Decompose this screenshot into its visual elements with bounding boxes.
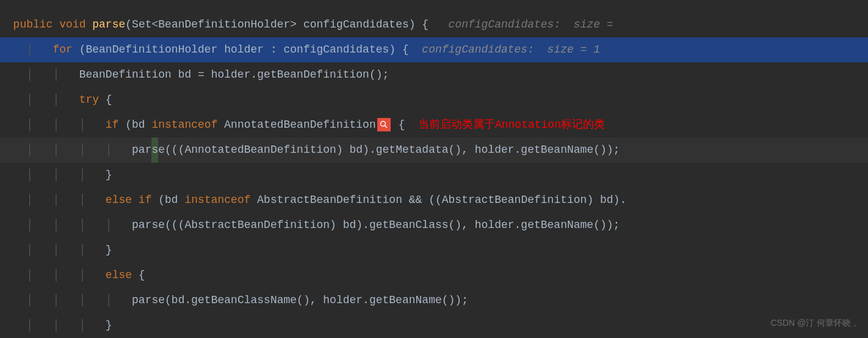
- code-editor[interactable]: public void parse(Set<BeanDefinitionHold…: [0, 0, 868, 338]
- indent-guide: │ │ │: [0, 194, 106, 206]
- inline-hint: configCandidates: size = 1: [422, 43, 600, 56]
- keyword-else: else: [106, 194, 132, 206]
- code-line[interactable]: │ │ │ }: [0, 313, 868, 338]
- keyword-instanceof: instanceof: [151, 119, 217, 131]
- indent-guide: │ │: [0, 94, 79, 106]
- code-line-highlighted[interactable]: │ for (BeanDefinitionHolder holder : con…: [0, 37, 868, 62]
- code-text: }: [106, 244, 112, 256]
- keyword-public: public: [13, 18, 53, 31]
- cursor-position: s: [151, 138, 158, 163]
- keyword-else: else: [106, 269, 132, 281]
- indent-guide: │ │ │ │: [0, 219, 132, 231]
- svg-point-0: [380, 122, 385, 127]
- inline-hint: configCandidates: size =: [449, 18, 613, 31]
- code-text: e(((AnnotatedBeanDefinition) bd).getMeta…: [158, 144, 620, 156]
- code-line[interactable]: │ │ │ }: [0, 238, 868, 263]
- indent-guide: │ │ │ │: [0, 294, 132, 306]
- code-line[interactable]: │ │ │ }: [0, 163, 868, 188]
- code-text: {: [99, 94, 112, 106]
- indent-guide: │ │: [0, 68, 79, 81]
- indent-guide: │ │ │: [0, 269, 106, 281]
- code-line[interactable]: │ │ │ else if (bd instanceof AbstractBea…: [0, 188, 868, 213]
- keyword-try: try: [79, 94, 99, 106]
- indent-guide: │ │ │: [0, 319, 106, 331]
- code-line[interactable]: │ │ │ else {: [0, 263, 868, 288]
- code-text: BeanDefinition bd = holder.getBeanDefini…: [79, 68, 389, 81]
- code-text: AbstractBeanDefinition && ((AbstractBean…: [251, 194, 627, 206]
- indent-guide: │ │ │ │: [0, 144, 132, 156]
- code-text: parse(((AbstractBeanDefinition) bd).getB…: [132, 219, 620, 231]
- code-text: }: [106, 169, 112, 181]
- svg-line-1: [385, 126, 387, 128]
- search-icon[interactable]: [377, 118, 391, 131]
- method-name: parse: [92, 18, 125, 31]
- code-line[interactable]: │ │ │ │ parse(((AbstractBeanDefinition) …: [0, 213, 868, 238]
- code-text: parse(bd.getBeanClassName(), holder.getB…: [132, 294, 468, 306]
- keyword-instanceof: instanceof: [184, 194, 250, 206]
- code-line[interactable]: │ │ │ if (bd instanceof AnnotatedBeanDef…: [0, 112, 868, 138]
- indent-guide: │ │ │: [0, 244, 106, 256]
- keyword-if: if: [139, 194, 152, 206]
- keyword-for: for: [52, 43, 72, 56]
- keyword-if: if: [106, 119, 119, 131]
- for-body: (BeanDefinitionHolder holder : configCan…: [73, 43, 422, 56]
- code-line[interactable]: │ │ try {: [0, 87, 868, 112]
- watermark: CSDN @汀 何章怀晓 。: [770, 310, 862, 336]
- code-text: }: [106, 319, 112, 331]
- indent-guide: │: [0, 43, 52, 56]
- indent: [0, 18, 13, 31]
- indent-guide: │ │ │: [0, 119, 106, 131]
- code-line[interactable]: │ │ │ │ parse(bd.getBeanClassName(), hol…: [0, 288, 868, 313]
- indent-guide: │ │ │: [0, 169, 106, 181]
- code-text: {: [132, 269, 145, 281]
- code-line-cursor[interactable]: │ │ │ │ parse(((AnnotatedBeanDefinition)…: [0, 138, 868, 163]
- method-signature: (Set<BeanDefinitionHolder> configCandida…: [125, 18, 429, 31]
- keyword-void: void: [59, 18, 85, 31]
- annotation-comment: 当前启动类属于Annotation标记的类: [418, 119, 605, 131]
- code-line[interactable]: public void parse(Set<BeanDefinitionHold…: [0, 12, 868, 37]
- code-line[interactable]: │ │ BeanDefinition bd = holder.getBeanDe…: [0, 62, 868, 87]
